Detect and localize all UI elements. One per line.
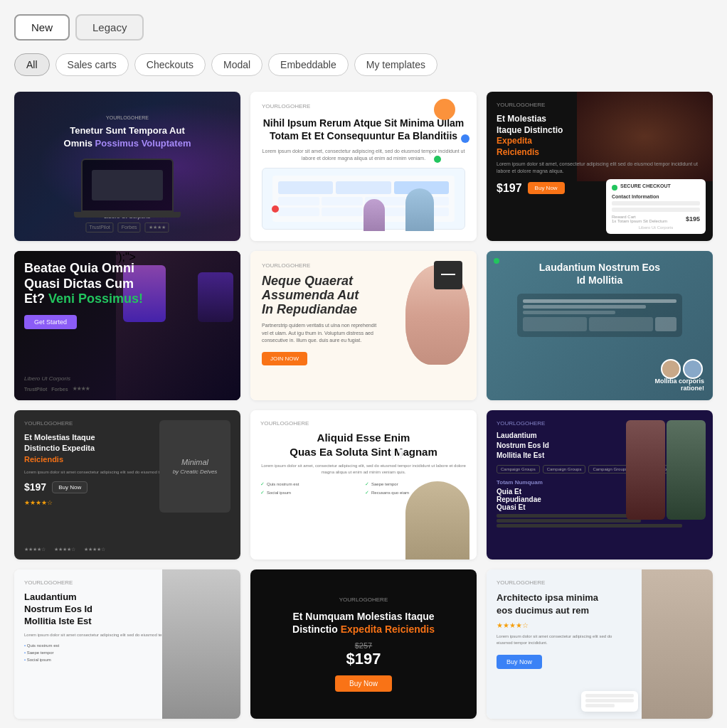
tpl4-cta[interactable]: Get Started [24,315,77,329]
tpl2-circle-orange [434,99,455,120]
tpl2-person2 [364,199,385,231]
template-4[interactable]: ');"> Beatae Quia OmniQuasi Dictas CumEt… [14,251,240,400]
legacy-toggle[interactable]: Legacy [75,14,144,41]
tpl8-feature-1: Quis nostrum est [260,481,362,487]
tpl1-badge3: ★★★★ [145,223,169,232]
tpl7-review-badges: ★★★★☆ ★★★★☆ ★★★★☆ [24,547,105,552]
tpl2-person [405,188,434,231]
tpl8-subtext: Lorem ipsum dolor sit amet, consectetur … [260,463,467,476]
tpl3-body: Lorem ipsum dolor sit amet, consectetur … [497,161,703,175]
tpl1-badge2: Forbes [118,223,141,232]
template-1[interactable]: YOURLOGOHERE Tenetur Sunt Tempora AutOmn… [14,92,240,241]
template-6[interactable]: Laudantium Nostrum EosId Mollitia [487,251,713,400]
tpl4-footer: Libero Ut Corporis TrustPilot Forbes ★★★… [24,375,230,392]
template-2[interactable]: YOURLOGOHERE Nihil Ipsum Rerum Atque Sit… [250,92,477,241]
toggle-row: New Legacy [14,14,713,41]
tpl11-headline: Et Numquam Molestias ItaqueDistinctio Ex… [292,610,435,636]
tpl7-product: Minimalby Creatic Delves [159,420,230,513]
tpl4-headline: Beatae Quia OmniQuasi Dictas CumEt? Veni… [24,261,230,307]
filter-my-templates[interactable]: My templates [354,53,437,76]
gallery-grid: YOURLOGOHERE Tenetur Sunt Tempora AutOmn… [14,92,713,719]
tpl8-headline: Aliquid Esse EnimQuas Ea Soluta Sint Mag… [260,431,467,459]
tpl6-persons [661,359,703,379]
tpl1-badge1: TrustPilot [85,223,113,232]
template-9[interactable]: YOURLOGOHERE LaudantiumNostrum Eos IdMol… [487,410,713,560]
tpl10-person [162,569,240,719]
tpl3-logo: YOURLOGOHERE [497,102,703,108]
filter-all[interactable]: All [14,53,50,76]
tpl6-headline: Laudantium Nostrum EosId Mollitia [497,261,703,287]
template-8[interactable]: YOURLOGOHERE Aliquid Esse EnimQuas Ea So… [250,410,477,560]
tpl12-body: Lorem ipsum dolor sit amet consectetur a… [497,633,620,646]
template-7[interactable]: YOURLOGOHERE Et Molestias ItaqueDistinct… [14,410,240,560]
filter-modal[interactable]: Modal [211,53,262,76]
tpl2-headline: Nihil Ipsum Rerum Atque Sit Minima Ullam… [262,117,465,142]
filter-sales-carts[interactable]: Sales carts [55,53,129,76]
tpl5-decoration [434,261,462,289]
filter-row: All Sales carts Checkouts Modal Embeddab… [14,53,713,76]
tpl3-headline: Et MolestiasItaque DistinctioExpeditaRei… [497,114,703,158]
filter-embeddable[interactable]: Embeddable [268,53,349,76]
template-3[interactable]: YOURLOGOHERE Et MolestiasItaque Distinct… [487,92,713,241]
tpl8-logo: YOURLOGOHERE [260,420,467,427]
tpl2-circle-green [434,156,441,163]
tpl11-buy[interactable]: Buy Now [335,675,392,692]
tpl12-checkout [581,691,638,712]
template-12[interactable]: YOURLOGOHERE Architecto ipsa minimaeos d… [487,569,713,719]
tpl7-price: $197 [24,481,46,493]
tpl6-bottom: Mollitia corporisratione! [654,378,704,392]
tpl12-cta[interactable]: Buy Now [497,655,542,669]
tpl8-quote: " [388,439,406,488]
tpl9-persons [626,420,706,520]
tpl8-person [405,481,469,560]
filter-checkouts[interactable]: Checkouts [134,53,206,76]
tpl2-circle-red [272,205,279,213]
tpl11-prices: $257 $197 [346,641,381,668]
tpl2-circle-blue [461,134,469,143]
tpl7-buy[interactable]: Buy Now [52,481,87,493]
template-10[interactable]: YOURLOGOHERE LaudantiumNostrum Eos IdMol… [14,569,240,719]
tpl11-logo: YOURLOGOHERE [339,596,388,603]
tpl1-headline: Tenetur Sunt Tempora AutOmnis Possimus V… [64,124,191,150]
new-toggle[interactable]: New [14,14,70,41]
tpl8-feature-3: Social ipsum [260,490,362,496]
tpl1-logo: YOURLOGOHERE [64,115,191,120]
tpl3-buy[interactable]: Buy Now [528,182,565,194]
template-11[interactable]: YOURLOGOHERE Et Numquam Molestias Itaque… [250,569,477,719]
tpl6-device [517,294,682,337]
tpl5-cta[interactable]: JOIN NOW [262,352,307,365]
tpl12-person [642,569,713,719]
tpl3-price: $197 [497,182,522,195]
main-content: New Legacy All Sales carts Checkouts Mod… [0,0,727,728]
template-5[interactable]: YOURLOGOHERE Neque QuaeratAssumenda AutI… [250,251,477,400]
